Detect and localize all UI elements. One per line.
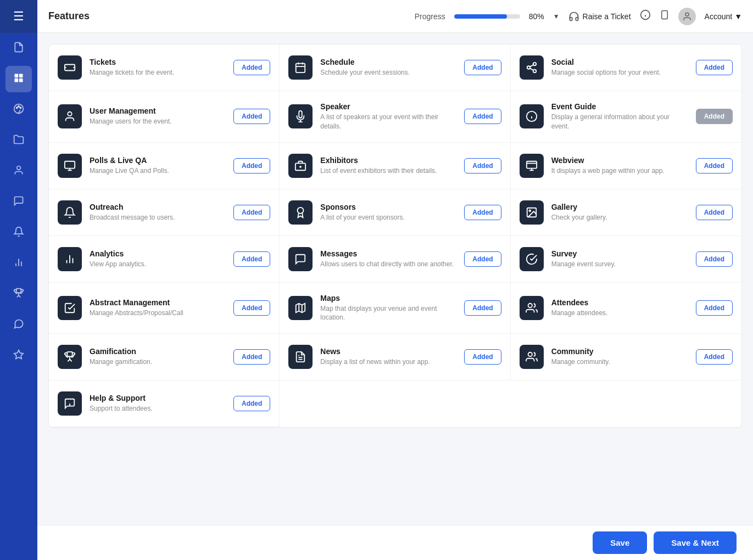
messages-icon-wrap xyxy=(288,247,313,271)
sidebar-item-chat[interactable] xyxy=(5,189,32,215)
feature-desc-schedule: Schedule your event sessions. xyxy=(320,68,456,77)
feature-added-btn-survey[interactable]: Added xyxy=(696,251,733,267)
feature-card-gamification: Gamification Manage gamification. Added xyxy=(49,334,280,380)
sidebar-item-grid[interactable] xyxy=(5,66,32,92)
feature-name-gamification: Gamification xyxy=(90,347,226,356)
feature-desc-social: Manage social options for your event. xyxy=(551,68,688,77)
feature-added-btn-polls[interactable]: Added xyxy=(233,158,270,173)
save-next-button[interactable]: Save & Next xyxy=(654,531,737,554)
feature-added-btn-sponsors[interactable]: Added xyxy=(464,205,501,220)
raise-ticket-button[interactable]: Raise a Ticket xyxy=(568,11,631,22)
save-button[interactable]: Save xyxy=(593,531,647,554)
feature-added-btn-attendees[interactable]: Added xyxy=(696,300,733,316)
avatar[interactable] xyxy=(678,8,696,25)
svg-point-58 xyxy=(528,304,532,307)
sidebar-item-user[interactable] xyxy=(5,158,32,184)
sidebar-item-document[interactable] xyxy=(5,35,32,61)
trophy-icon xyxy=(13,288,24,301)
progress-dropdown[interactable]: ▼ xyxy=(553,13,560,20)
account-button[interactable]: Account ▼ xyxy=(705,12,742,21)
feature-info-speaker: Speaker A list of speakers at your event… xyxy=(320,102,456,131)
feature-added-btn-event-guide[interactable]: Added xyxy=(696,109,733,124)
feature-name-exhibitors: Exhibitors xyxy=(320,156,456,165)
info-icon[interactable] xyxy=(640,9,651,23)
sidebar-item-folder[interactable] xyxy=(5,127,32,154)
speaker-icon-wrap xyxy=(288,104,313,128)
feature-info-news: News Display a list of news within your … xyxy=(320,347,456,367)
sidebar-item-trophy[interactable] xyxy=(5,281,32,307)
feature-added-btn-ticket[interactable]: Added xyxy=(233,60,270,75)
feature-name-attendees: Attendees xyxy=(551,298,688,307)
feature-desc-polls: Manage Live QA and Polls. xyxy=(90,166,226,176)
feature-added-btn-exhibitors[interactable]: Added xyxy=(464,158,501,173)
feature-added-btn-help[interactable]: Added xyxy=(233,396,270,411)
feature-desc-user-mgmt: Manage users for the event. xyxy=(90,117,226,126)
svg-rect-60 xyxy=(67,352,72,356)
header: Features Progress 80% ▼ Raise a Ticket A… xyxy=(0,0,753,33)
gamification-icon-wrap xyxy=(58,345,82,369)
analytics-icon xyxy=(13,257,24,271)
user-mgmt-icon-wrap xyxy=(58,104,82,128)
feature-info-gamification: Gamification Manage gamification. xyxy=(90,347,226,367)
feature-added-btn-social[interactable]: Added xyxy=(696,60,733,75)
feature-name-abstract: Abstract Management xyxy=(90,298,226,307)
survey-icon-wrap xyxy=(520,247,544,271)
svg-line-31 xyxy=(530,68,533,70)
feature-name-polls: Polls & Live QA xyxy=(90,156,226,165)
message-icon xyxy=(13,318,24,332)
sidebar-item-settings[interactable] xyxy=(5,343,32,369)
feature-added-btn-outreach[interactable]: Added xyxy=(233,205,270,220)
svg-point-51 xyxy=(529,210,531,211)
feature-card-speaker: Speaker A list of speakers at your event… xyxy=(280,91,510,143)
sidebar-item-palette[interactable] xyxy=(5,97,32,123)
feature-added-btn-gallery[interactable]: Added xyxy=(696,205,733,220)
svg-point-5 xyxy=(16,107,18,109)
feature-added-btn-user-mgmt[interactable]: Added xyxy=(233,109,270,124)
feature-name-community: Community xyxy=(551,347,688,356)
feature-added-btn-webview[interactable]: Added xyxy=(696,158,733,173)
feature-added-btn-schedule[interactable]: Added xyxy=(464,60,501,75)
social-icon-wrap xyxy=(520,55,544,80)
feature-added-btn-community[interactable]: Added xyxy=(696,349,733,365)
sidebar-item-analytics[interactable] xyxy=(5,250,32,277)
feature-card-messages: Messages Allows users to chat directly w… xyxy=(280,236,510,283)
help-icon-wrap xyxy=(58,391,82,416)
sidebar-item-message[interactable] xyxy=(5,312,32,338)
svg-point-33 xyxy=(68,112,71,116)
feature-name-user-mgmt: User Management xyxy=(90,107,226,115)
svg-point-7 xyxy=(20,107,21,109)
feature-info-social: Social Manage social options for your ev… xyxy=(551,58,688,77)
feature-card-polls: Polls & Live QA Manage Live QA and Polls… xyxy=(49,143,280,189)
feature-desc-help: Support to attendees. xyxy=(90,404,226,413)
feature-desc-webview: It displays a web page within your app. xyxy=(551,166,688,176)
feature-info-exhibitors: Exhibitors List of event exhibitors with… xyxy=(320,156,456,176)
star-icon xyxy=(13,349,24,363)
schedule-icon-wrap xyxy=(288,55,313,80)
feature-added-btn-maps[interactable]: Added xyxy=(464,300,501,316)
feature-added-btn-messages[interactable]: Added xyxy=(464,251,501,267)
svg-rect-24 xyxy=(296,64,305,73)
svg-point-63 xyxy=(528,352,532,356)
sidebar-item-bell[interactable] xyxy=(5,220,32,246)
progress-label: Progress xyxy=(415,12,445,21)
feature-desc-news: Display a list of news within your app. xyxy=(320,357,456,367)
feature-card-gallery: Gallery Check your gallery. Added xyxy=(511,189,741,236)
feature-added-btn-gamification[interactable]: Added xyxy=(233,349,270,365)
feature-info-survey: Survey Manage event survey. xyxy=(551,249,688,269)
feature-card-ticket: Tickets Manage tickets for the event. Ad… xyxy=(49,44,280,91)
feature-added-btn-analytics[interactable]: Added xyxy=(233,251,270,267)
feature-added-btn-news[interactable]: Added xyxy=(464,349,501,365)
feature-card-maps: Maps Map that displays your venue and ev… xyxy=(280,283,510,334)
news-icon-wrap xyxy=(288,345,313,369)
feature-desc-survey: Manage event survey. xyxy=(551,260,688,269)
feature-added-btn-abstract[interactable]: Added xyxy=(233,300,270,316)
feature-desc-maps: Map that displays your venue and event l… xyxy=(320,304,456,323)
sidebar-logo[interactable]: ☰ xyxy=(0,0,37,33)
polls-icon-wrap xyxy=(58,154,82,178)
mobile-icon[interactable] xyxy=(660,10,670,23)
feature-info-analytics: Analytics View App analytics. xyxy=(90,249,226,269)
feature-info-polls: Polls & Live QA Manage Live QA and Polls… xyxy=(90,156,226,176)
bell-icon xyxy=(13,226,24,240)
feature-added-btn-speaker[interactable]: Added xyxy=(464,109,501,124)
feature-name-gallery: Gallery xyxy=(551,203,688,211)
